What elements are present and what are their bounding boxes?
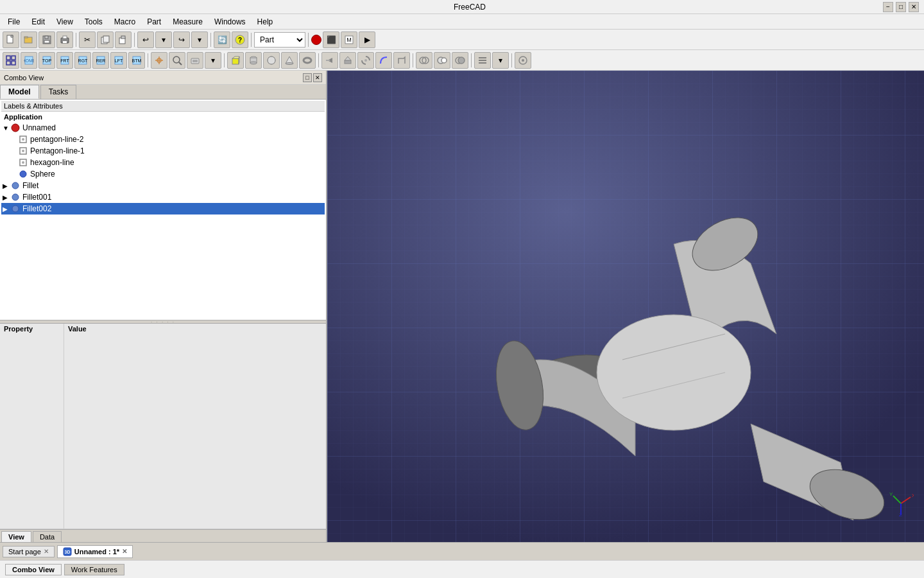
- print-button[interactable]: [56, 31, 73, 48]
- view-front-button[interactable]: FRT: [56, 52, 73, 69]
- tab-data[interactable]: Data: [33, 531, 62, 542]
- tab-tasks[interactable]: Tasks: [40, 85, 77, 99]
- save-button[interactable]: [38, 31, 55, 48]
- tab-unnamed-close[interactable]: ✕: [122, 548, 127, 555]
- toolbar-main: ✂ ↩ ▾ ↪ ▾ 🔄 ? Part ⬛ M ▶: [0, 30, 924, 50]
- zoom-fit-button[interactable]: [169, 52, 185, 69]
- part-import[interactable]: [321, 52, 338, 69]
- viewport-tab-bar: Start page ✕ 3D Unnamed : 1* ✕: [0, 542, 924, 560]
- menu-item-help[interactable]: Help: [252, 16, 278, 28]
- tree-item-pentagon-line-1[interactable]: Pentagon-line-1: [1, 145, 325, 157]
- part-box[interactable]: [227, 52, 244, 69]
- cut-button[interactable]: ✂: [79, 31, 96, 48]
- separator-4: [251, 33, 252, 47]
- svg-text:Z: Z: [899, 512, 902, 516]
- tab-view[interactable]: View: [1, 531, 31, 542]
- maximize-button[interactable]: □: [896, 2, 906, 12]
- view-left-button[interactable]: LFT: [110, 52, 127, 69]
- tree-item-unnamed[interactable]: ▼ Unnamed: [1, 122, 325, 134]
- menu-item-windows[interactable]: Windows: [209, 16, 251, 28]
- view-rear-button[interactable]: RER: [92, 52, 109, 69]
- play-button[interactable]: ▶: [359, 31, 375, 48]
- tree-label-fillet001: Fillet001: [22, 193, 51, 202]
- part-torus[interactable]: [299, 52, 316, 69]
- svg-point-47: [268, 57, 275, 64]
- redo-button[interactable]: ↪: [173, 31, 190, 48]
- part-cylinder[interactable]: [245, 52, 262, 69]
- part-more[interactable]: [474, 52, 491, 69]
- tree-item-pentagon-line-2[interactable]: pentagon-line-2: [1, 134, 325, 145]
- macro-button[interactable]: M: [341, 31, 357, 48]
- record-button[interactable]: [311, 35, 321, 45]
- bool-cut[interactable]: [434, 52, 450, 69]
- fillet-icon: [10, 180, 21, 191]
- separator-11: [511, 53, 512, 67]
- part-chamfer[interactable]: [393, 52, 410, 69]
- new-file-button[interactable]: [3, 31, 19, 48]
- part-fillet[interactable]: [375, 52, 392, 69]
- menu-item-view[interactable]: View: [51, 16, 78, 28]
- part-revolve[interactable]: [357, 52, 374, 69]
- tree-item-fillet[interactable]: ▶ Fillet: [1, 180, 325, 191]
- menu-item-tools[interactable]: Tools: [80, 16, 108, 28]
- copy-button[interactable]: [97, 31, 114, 48]
- close-button[interactable]: ✕: [909, 2, 919, 12]
- redo-dropdown[interactable]: ▾: [191, 31, 208, 48]
- part-more-dropdown[interactable]: ▾: [492, 52, 509, 69]
- tree-item-fillet001[interactable]: ▶ Fillet001: [1, 191, 325, 203]
- view-extra[interactable]: [515, 52, 531, 69]
- svg-rect-5: [45, 36, 48, 39]
- workbench-selector[interactable]: Part: [254, 32, 305, 48]
- svg-rect-17: [6, 56, 10, 60]
- svg-rect-19: [6, 61, 10, 65]
- draw-style-button[interactable]: [187, 52, 203, 69]
- menu-item-file[interactable]: File: [3, 16, 25, 28]
- draw-style-dropdown[interactable]: ▾: [205, 52, 221, 69]
- tab-start-page[interactable]: Start page ✕: [3, 546, 55, 557]
- tree-item-fillet002[interactable]: ▶ Fillet002: [1, 203, 325, 215]
- svg-text:?: ?: [238, 37, 242, 44]
- work-features-button[interactable]: Work Features: [64, 564, 124, 575]
- tree-label-fillet002: Fillet002: [22, 204, 51, 213]
- part-cone[interactable]: [281, 52, 298, 69]
- stop-button[interactable]: ⬛: [323, 31, 339, 48]
- view-home-button[interactable]: HOME: [21, 52, 37, 69]
- tab-model[interactable]: Model: [0, 85, 39, 99]
- undo-button[interactable]: ↩: [137, 31, 154, 48]
- view-top-button[interactable]: TOP: [38, 52, 55, 69]
- fillet002-icon: [10, 204, 21, 214]
- titlebar-title: FreeCAD: [56, 3, 883, 12]
- part-sphere[interactable]: [263, 52, 280, 69]
- part-extrude[interactable]: [339, 52, 356, 69]
- menu-item-macro[interactable]: Macro: [109, 16, 141, 28]
- svg-point-45: [250, 62, 257, 64]
- bool-union[interactable]: [416, 52, 432, 69]
- menu-item-measure[interactable]: Measure: [167, 16, 208, 28]
- svg-point-75: [12, 182, 19, 189]
- bool-intersect[interactable]: [452, 52, 468, 69]
- combo-view-button[interactable]: Combo View: [5, 564, 62, 575]
- minimize-button[interactable]: −: [883, 2, 893, 12]
- labels-attributes-bar[interactable]: Labels & Attributes: [1, 101, 325, 112]
- combo-detach-button[interactable]: □: [303, 73, 312, 82]
- separator-7: [224, 53, 225, 67]
- view-right-button[interactable]: RGT: [74, 52, 91, 69]
- snap-button[interactable]: [151, 52, 167, 69]
- undo-dropdown[interactable]: ▾: [155, 31, 172, 48]
- unnamed-icon: [10, 123, 21, 133]
- paste-button[interactable]: [115, 31, 132, 48]
- view-bottom-button[interactable]: BTM: [128, 52, 145, 69]
- tab-unnamed[interactable]: 3D Unnamed : 1* ✕: [57, 545, 133, 558]
- open-file-button[interactable]: [21, 31, 37, 48]
- menu-item-part[interactable]: Part: [142, 16, 166, 28]
- help-button[interactable]: ?: [232, 31, 248, 48]
- combo-close-button[interactable]: ✕: [313, 73, 322, 82]
- svg-text:M: M: [346, 37, 352, 43]
- menu-item-edit[interactable]: Edit: [26, 16, 50, 28]
- 3d-viewport[interactable]: X Y Z: [327, 71, 924, 542]
- tree-item-hexagon-line[interactable]: hexagon-line: [1, 157, 325, 168]
- refresh-button[interactable]: 🔄: [214, 31, 230, 48]
- tree-item-sphere[interactable]: Sphere: [1, 168, 325, 180]
- zoom-all-button[interactable]: [3, 52, 19, 69]
- tab-start-close[interactable]: ✕: [44, 548, 49, 555]
